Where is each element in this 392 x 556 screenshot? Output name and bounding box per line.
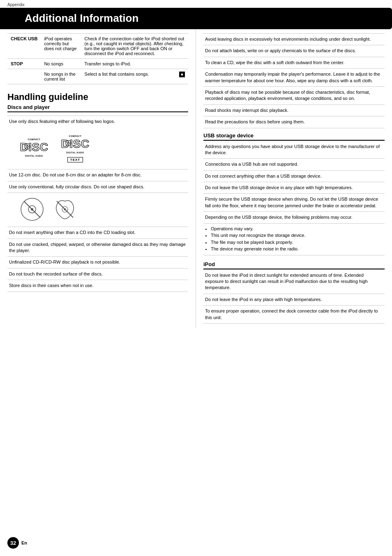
list-item: The device may generate noise in the rad… [211, 246, 383, 253]
svg-text:DIGITAL AUDIO: DIGITAL AUDIO [66, 151, 84, 154]
no-shaped-disc-1 [20, 197, 44, 222]
left-column: CHECK USB iPod operates correctly but do… [0, 29, 196, 328]
disc-info-row: Do not insert anything other than a CD i… [7, 227, 188, 238]
usb-info-row: Do not connect anything other than a USB… [203, 170, 385, 182]
ipod-info-row: To ensure proper operation, connect the … [203, 305, 385, 324]
disc-logos-area: COMPACT DISC DIGITAL AUDIO COMPACT DISC [7, 127, 188, 169]
disc-logo-2: COMPACT DISC DIGITAL AUDIO TEXT [61, 134, 90, 162]
disc-info-rows-2: Do not insert anything other than a CD i… [7, 227, 188, 292]
ipod-info-row: Do not leave the iPod in direct sunlight… [203, 269, 385, 294]
disc-logo-1: COMPACT DISC DIGITAL AUDIO [20, 137, 48, 160]
usb-rows: Address any questions you have about you… [203, 141, 385, 224]
svg-text:DIGITAL AUDIO: DIGITAL AUDIO [25, 155, 43, 157]
header-title-wrap: Additional Information [16, 8, 392, 29]
disc-care-row: Road shocks may interrupt disc playback. [203, 104, 385, 116]
disc-care-row: Avoid leaving discs in excessively hot e… [203, 33, 385, 45]
stop-icon: ■ [179, 72, 185, 77]
disc-images-area [7, 193, 188, 227]
appendix-label: Appendix [0, 0, 392, 8]
disc-info-row: Unfinalized CD-R/CD-RW disc playback is … [7, 256, 188, 268]
disc-care-row: Do not attach labels, write on or apply … [203, 45, 385, 56]
error-symptom: iPod operates correctly but does not cha… [41, 34, 81, 59]
ipod-info-row: Do not leave the iPod in any place with … [203, 294, 385, 305]
text-badge: TEXT [67, 157, 83, 162]
error-code: CHECK USB [7, 34, 41, 59]
usb-info-row: Do not leave the USB storage device in a… [203, 182, 385, 193]
disc-care-row: Read the precautions for discs before us… [203, 116, 385, 128]
error-code: STOP [7, 59, 41, 69]
error-table: CHECK USB iPod operates correctly but do… [7, 33, 188, 84]
no-shaped-disc-2 [53, 197, 77, 222]
page-lang: En [21, 540, 27, 545]
usb-bullet-list: Operations may vary.This unit may not re… [203, 224, 385, 255]
right-column: Avoid leaving discs in excessively hot e… [196, 29, 392, 328]
list-item: The file may not be played back properly… [211, 239, 383, 246]
usb-info-row: Firmly secure the USB storage device whe… [203, 193, 385, 211]
error-remedy: Check if the connection cable for iPod s… [81, 34, 188, 59]
usb-section-title: USB storage device [203, 132, 385, 141]
error-code [7, 69, 41, 84]
usb-info-row: Depending on the USB storage device, the… [203, 211, 385, 223]
page-number-area: 32 En [7, 537, 27, 549]
disc-info-rows: Use 12-cm disc. Do not use 8-cm disc or … [7, 169, 188, 193]
error-symptom: No songs [41, 59, 81, 69]
disc-info-row: Use only conventional, fully circular di… [7, 181, 188, 193]
disc-care-row: Playback of discs may not be possible be… [203, 86, 385, 104]
page-title: Additional Information [25, 12, 138, 24]
disc-info-row: Do not use cracked, chipped, warped, or … [7, 239, 188, 257]
page-header: Additional Information [0, 8, 392, 29]
disc-care-rows: Avoid leaving discs in excessively hot e… [203, 33, 385, 128]
cd-logo-2-svg: COMPACT DISC DIGITAL AUDIO [61, 134, 90, 156]
page-number-circle: 32 [7, 537, 19, 549]
usb-info-row: Connections via a USB hub are not suppor… [203, 158, 385, 170]
error-symptom: No songs in the current list [41, 69, 81, 84]
table-row: STOP No songs Transfer songs to iPod. [7, 59, 188, 69]
list-item: Operations may vary. [211, 225, 383, 232]
usb-info-row: Address any questions you have about you… [203, 141, 385, 159]
error-remedy: Transfer songs to iPod. [81, 59, 188, 69]
disc-info-row: Store discs in their cases when not in u… [7, 280, 188, 292]
discs-player-subtitle: Discs and player [7, 104, 188, 112]
list-item: This unit may not recognize the storage … [211, 232, 383, 239]
table-row: CHECK USB iPod operates correctly but do… [7, 34, 188, 59]
disc-info-row: Do not touch the recorded surface of the… [7, 268, 188, 280]
error-remedy: Select a list that contains songs. ■ [81, 69, 188, 84]
table-row: No songs in the current list Select a li… [7, 69, 188, 84]
disc-care-row: To clean a CD, wipe the disc with a soft… [203, 57, 385, 68]
disc-intro: Use only discs featuring either of follo… [7, 116, 188, 127]
svg-line-13 [24, 201, 40, 218]
disc-care-row: Condensation may temporarily impair the … [203, 68, 385, 86]
ipod-section-title: iPod [203, 261, 385, 269]
disc-info-row: Use 12-cm disc. Do not use 8-cm disc or … [7, 169, 188, 181]
handling-guideline-title: Handling guideline [7, 92, 188, 102]
header-black-tab [0, 8, 16, 29]
cd-logo-1-svg: COMPACT DISC DIGITAL AUDIO [20, 137, 48, 160]
ipod-rows: Do not leave the iPod in direct sunlight… [203, 269, 385, 324]
main-layout: CHECK USB iPod operates correctly but do… [0, 29, 392, 328]
